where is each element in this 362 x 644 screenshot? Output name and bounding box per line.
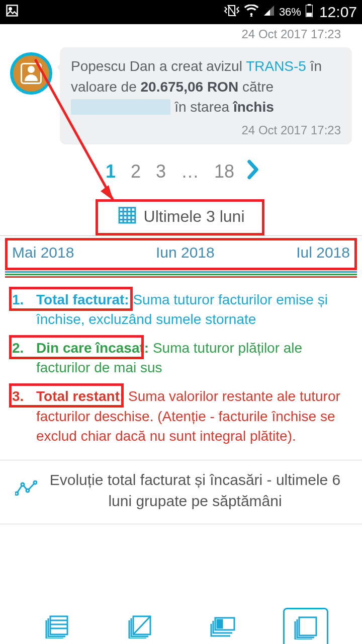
vibrate-icon [224, 4, 240, 21]
svg-point-9 [21, 483, 24, 486]
svg-point-1 [9, 8, 12, 10]
nav-tab-2[interactable] [117, 608, 162, 644]
legend-num: 2. [12, 338, 32, 358]
bottom-nav [0, 589, 362, 644]
legend-term: Total restant: [36, 388, 124, 404]
legend-term: Din care încasat: [36, 340, 149, 356]
feed-item: Popescu Dan a creat avizul TRANS-5 în va… [10, 47, 352, 144]
legend-term: Total facturat: [36, 292, 129, 307]
wifi-icon [244, 5, 259, 20]
avatar[interactable] [10, 52, 52, 95]
svg-point-10 [26, 489, 29, 492]
msg-amount: 20.675,06 RON [141, 79, 239, 95]
svg-rect-0 [7, 5, 18, 16]
month-1[interactable]: Mai 2018 [12, 244, 74, 261]
svg-point-11 [34, 481, 37, 484]
android-status-bar: 36% 12:07 [0, 0, 362, 24]
gallery-icon [5, 4, 19, 21]
msg-text: Popescu Dan a creat avizul [71, 58, 246, 74]
clock: 12:07 [319, 4, 357, 21]
redacted-client: ██████████ [71, 99, 170, 115]
msg-text: către [238, 79, 274, 95]
month-2[interactable]: Iun 2018 [156, 244, 215, 261]
page-3[interactable]: 3 [153, 160, 169, 183]
month-3[interactable]: Iul 2018 [296, 244, 350, 261]
svg-rect-15 [217, 620, 222, 628]
page-2[interactable]: 2 [128, 160, 144, 183]
section-title: Ultimele 3 luni [144, 207, 245, 226]
battery-pct: 36% [279, 6, 301, 19]
page-ellipsis: … [178, 160, 202, 183]
activity-feed: 24 Oct 2017 17:23 Popescu Dan a creat av… [0, 24, 362, 144]
svg-rect-3 [308, 4, 311, 6]
prev-message-timestamp: 24 Oct 2017 17:23 [10, 24, 352, 47]
svg-rect-4 [307, 13, 312, 17]
chart-line-icon [15, 480, 37, 501]
next-page-icon[interactable] [246, 159, 259, 184]
nav-tab-3[interactable] [200, 608, 245, 644]
legend-item-total-facturat: 1. Total facturat: Suma tuturor facturil… [12, 290, 350, 329]
legend-num: 1. [12, 290, 32, 309]
pagination: 1 2 3 … 18 [0, 144, 362, 200]
msg-text: în starea [170, 99, 233, 115]
message-timestamp: 24 Oct 2017 17:23 [71, 122, 341, 139]
signal-icon [263, 5, 275, 20]
section-header-last-3-months: Ultimele 3 luni [0, 200, 362, 236]
page-last[interactable]: 18 [211, 160, 237, 183]
svg-rect-12 [50, 616, 67, 634]
legend-list: 1. Total facturat: Suma tuturor facturil… [0, 278, 362, 460]
legend-item-restant: 3. Total restant: Suma valorilor restant… [12, 386, 350, 446]
legend-rules [0, 270, 362, 278]
page-1[interactable]: 1 [103, 160, 119, 183]
legend-item-incasat: 2. Din care încasat: Suma tuturor plățil… [12, 338, 350, 377]
svg-point-8 [15, 492, 18, 495]
nav-tab-4-active[interactable] [283, 608, 328, 644]
section-header-evolutie: Evoluție total facturat și încasări - ul… [0, 460, 362, 524]
months-row: Mai 2018 Iun 2018 Iul 2018 [0, 236, 362, 270]
evo-title: Evoluție total facturat și încasări - ul… [43, 469, 347, 512]
svg-rect-16 [299, 617, 316, 635]
calendar-icon [118, 205, 137, 228]
battery-icon [305, 4, 313, 21]
message-bubble: Popescu Dan a creat avizul TRANS-5 în va… [60, 47, 352, 144]
legend-num: 3. [12, 386, 32, 406]
msg-state: închis [233, 99, 274, 115]
nav-tab-1[interactable] [34, 608, 79, 644]
invoice-link[interactable]: TRANS-5 [246, 58, 306, 74]
